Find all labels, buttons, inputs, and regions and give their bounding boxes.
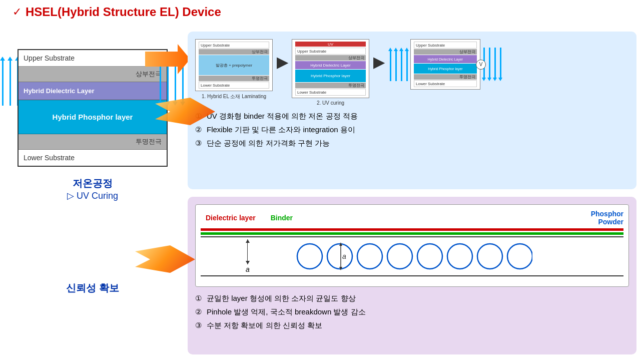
step2-label: 2. UV curing — [317, 100, 344, 106]
top-list-item-3: ③ 단순 공정에 의한 저가격화 구현 가능 — [195, 138, 629, 148]
arrow-shaft — [2, 61, 4, 106]
arrow-head — [8, 57, 13, 61]
label-dielectric: Dielectric layer — [206, 214, 256, 222]
arrow-head — [165, 102, 170, 106]
right-panel: Upper Substrate 상부전극 발광층 + prepolymer 투명… — [188, 24, 636, 354]
process-label-sub: ▷ UV Curing — [67, 190, 118, 201]
arrow-head — [0, 57, 5, 61]
binder-line — [201, 232, 623, 235]
svg-point-1 — [297, 244, 322, 269]
layer-phosphor: Hybrid Phosphor layer — [19, 100, 167, 134]
orange-arrow-top — [145, 44, 190, 76]
arrow-head — [158, 102, 163, 106]
bottom-list-item-2: ② Pinhole 발생 억제, 국소적 breakdown 발생 감소 — [195, 306, 629, 317]
bottom-list-item-3: ③ 수분 저항 확보에 의한 신뢰성 확보 — [195, 320, 629, 330]
svg-point-2 — [327, 244, 352, 269]
process-section-top: Upper Substrate 상부전극 발광층 + prepolymer 투명… — [195, 39, 629, 106]
circles-container: a — [201, 236, 623, 276]
process-step-2: UV Upper Substrate 상부전극 Hybrid Dielectri… — [292, 39, 369, 106]
arrow-head — [180, 102, 185, 106]
svg-point-3 — [357, 244, 382, 269]
svg-text:a: a — [342, 252, 346, 260]
arrow-shaft — [10, 61, 11, 106]
arrow-head — [173, 102, 178, 106]
svg-point-5 — [417, 244, 442, 269]
title-area: ✓ HSEL(Hybrid Structure EL) Device — [8, 5, 636, 19]
label-binder: Binder — [271, 214, 293, 222]
svg-point-7 — [477, 244, 502, 269]
bottom-list-item-1: ① 균일한 layer 형성에 의한 소자의 균일도 향상 — [195, 293, 629, 303]
svg-point-8 — [507, 244, 532, 269]
arrow-2 — [8, 57, 13, 106]
voltage-circle: V — [476, 60, 486, 70]
dielectric-line — [201, 228, 623, 231]
label-phosphor-powder: PhosphorPowder — [591, 210, 623, 226]
info-box-bottom: Dielectric layer Binder PhosphorPowder — [188, 197, 636, 354]
step3-arrows-left — [388, 48, 409, 81]
phosphor-diagram: Dielectric layer Binder PhosphorPowder — [195, 204, 629, 287]
process-label-main: 저온공정 — [67, 177, 118, 190]
svg-point-6 — [447, 244, 472, 269]
svg-marker-0 — [145, 44, 190, 74]
step1-label: 1. Hybrid EL 소재 Laminating — [202, 93, 266, 100]
svg-point-4 — [387, 244, 412, 269]
top-info-list: ① UV 경화형 binder 적용에 의한 저온 공정 적용 ② Flexib… — [195, 111, 629, 148]
layer-upper-electrode: 상부전극 — [19, 67, 167, 82]
page-container: ✓ HSEL(Hybrid Structure EL) Device — [0, 0, 644, 361]
top-list-item-1: ① UV 경화형 binder 적용에 의한 저온 공정 적용 — [195, 111, 629, 121]
process-arrow-2: ▶ — [373, 54, 384, 71]
arrow-1 — [0, 57, 5, 106]
info-box-top: Upper Substrate 상부전극 발광층 + prepolymer 투명… — [188, 32, 636, 189]
top-list-item-2: ② Flexible 기판 및 다른 소자와 integration 용이 — [195, 124, 629, 135]
title-text: HSEL(Hybrid Structure EL) Device — [26, 5, 221, 19]
bottom-info-list: ① 균일한 layer 형성에 의한 소자의 균일도 향상 ② Pinhole … — [195, 293, 629, 330]
process-step-1: Upper Substrate 상부전극 발광층 + prepolymer 투명… — [195, 39, 273, 100]
title-checkmark: ✓ — [13, 6, 22, 19]
circles-svg: a — [292, 241, 532, 271]
process-arrow-1: ▶ — [277, 54, 288, 71]
layer-lower-electrode: 투명전극 — [19, 134, 167, 150]
layer-upper-substrate: Upper Substrate — [19, 50, 167, 67]
process-step-3: Upper Subs­trate 상부전극 Hybrid Diel­ectric… — [388, 39, 502, 90]
process-label-top: 저온공정 ▷ UV Curing — [67, 177, 118, 201]
main-layout: Upper Substrate 상부전극 Hybrid Dielectric L… — [8, 24, 636, 354]
layer-dielectric: Hybrid Dielectric Layer — [19, 82, 167, 100]
process-label-bottom: 신뢰성 확보 — [66, 281, 119, 295]
label-a: a — [246, 265, 250, 273]
layer-lower-substrate: Lower Substrate — [19, 150, 167, 166]
